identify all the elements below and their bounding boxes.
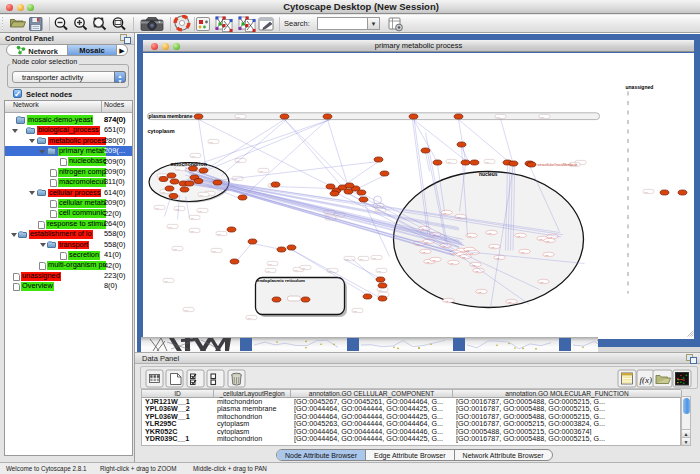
svg-text:Ybr...: Ybr... xyxy=(301,266,307,269)
svg-text:Ybr...: Ybr... xyxy=(259,169,265,172)
svg-text:Ybr...: Ybr... xyxy=(199,193,205,196)
svg-text:Ygr...: Ygr... xyxy=(475,269,481,272)
svg-text:Ygr...: Ygr... xyxy=(491,245,497,248)
svg-text:Ybr...: Ybr... xyxy=(168,225,174,228)
svg-text:Ygr...: Ygr... xyxy=(462,255,468,258)
svg-text:mitochondrion: mitochondrion xyxy=(171,161,207,167)
svg-text:Ybr...: Ybr... xyxy=(164,279,170,282)
svg-text:Ygr...: Ygr... xyxy=(443,211,449,214)
svg-text:Ygr...: Ygr... xyxy=(545,253,551,256)
svg-text:Ybr...: Ybr... xyxy=(247,316,253,319)
svg-text:Ygr...: Ygr... xyxy=(478,290,484,293)
svg-text:Ygr...: Ygr... xyxy=(445,299,451,302)
svg-text:Ybr...: Ybr... xyxy=(377,269,383,272)
svg-text:Ybr...: Ybr... xyxy=(212,249,218,252)
svg-text:Ybr...: Ybr... xyxy=(294,268,300,271)
svg-text:Ybr...: Ybr... xyxy=(217,232,223,235)
svg-text:Ygr...: Ygr... xyxy=(517,234,523,237)
svg-text:Ybr...: Ybr... xyxy=(175,207,181,210)
svg-text:Ygr...: Ygr... xyxy=(540,280,546,283)
svg-text:Ygr...: Ygr... xyxy=(422,250,428,253)
svg-text:Ybr...: Ybr... xyxy=(378,288,384,291)
svg-text:Ybr...: Ybr... xyxy=(540,115,546,118)
svg-text:Ybr...: Ybr... xyxy=(266,269,272,272)
svg-text:Ybr...: Ybr... xyxy=(236,115,242,118)
svg-text:Ybr...: Ybr... xyxy=(209,140,215,143)
svg-text:Ybr...: Ybr... xyxy=(644,190,650,193)
svg-text:Ybr...: Ybr... xyxy=(191,154,197,157)
svg-text:Ybr...: Ybr... xyxy=(485,160,491,163)
svg-text:Ybr...: Ybr... xyxy=(496,115,502,118)
svg-text:Ygr...: Ygr... xyxy=(432,258,438,261)
svg-text:Ybr...: Ybr... xyxy=(184,308,190,311)
svg-text:Ygr...: Ygr... xyxy=(521,250,527,253)
svg-text:Ygr...: Ygr... xyxy=(468,234,474,237)
svg-text:endoplasmic reticulum: endoplasmic reticulum xyxy=(257,278,305,283)
svg-text:Ygr...: Ygr... xyxy=(450,261,456,264)
svg-text:Ybr...: Ybr... xyxy=(176,167,182,170)
svg-text:Ybr...: Ybr... xyxy=(198,209,204,212)
svg-text:Ygr...: Ygr... xyxy=(546,239,552,242)
svg-text:f(x): f(x) xyxy=(640,375,653,385)
svg-text:Ybr...: Ybr... xyxy=(447,160,453,163)
svg-text:Ybr...: Ybr... xyxy=(155,206,161,209)
svg-text:Ybr...: Ybr... xyxy=(161,190,167,193)
svg-text:Ybr...: Ybr... xyxy=(190,216,196,219)
svg-text:Ybr...: Ybr... xyxy=(173,247,179,250)
svg-text:unassigned: unassigned xyxy=(626,83,654,89)
svg-text:Ybr...: Ybr... xyxy=(190,229,196,232)
svg-text:Ygr...: Ygr... xyxy=(488,231,494,234)
svg-text:cytoplasm: cytoplasm xyxy=(148,127,175,133)
svg-text:Ybr...: Ybr... xyxy=(268,262,274,265)
svg-text:Ygr...: Ygr... xyxy=(508,300,514,303)
svg-text:intracellularOrasalMembr.ab: intracellularOrasalMembr.ab xyxy=(538,163,578,167)
svg-text:Ybr...: Ybr... xyxy=(359,257,365,260)
svg-text:plasma membrane: plasma membrane xyxy=(149,113,193,119)
svg-text:Ybr...: Ybr... xyxy=(372,256,378,259)
svg-text:Ybr...: Ybr... xyxy=(353,309,359,312)
svg-text:nucleus: nucleus xyxy=(479,171,498,176)
